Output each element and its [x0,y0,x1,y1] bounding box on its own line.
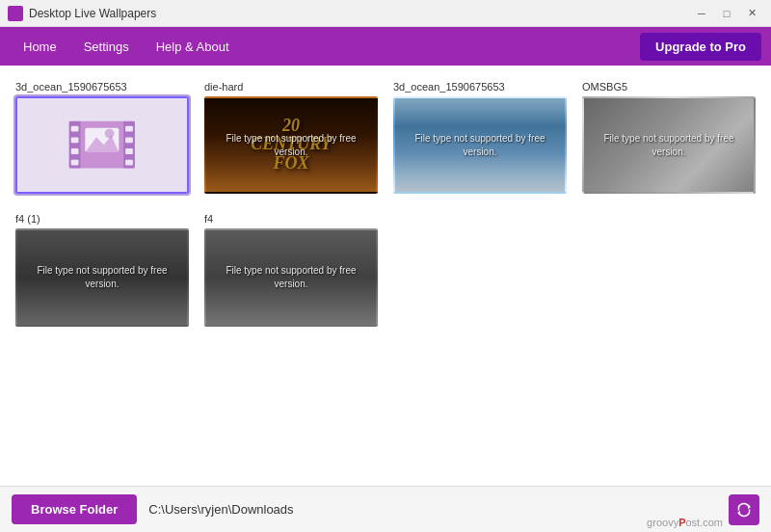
refresh-icon [736,502,752,518]
svg-marker-14 [748,504,751,509]
wallpaper-thumbnail: File type not supported by free version. [15,228,189,326]
folder-path-display: C:\Users\ryjen\Downloads [148,502,717,517]
menu-item-home[interactable]: Home [10,32,70,62]
svg-point-13 [105,129,115,139]
wallpaper-thumbnail: File type not supported by free version. [204,228,378,326]
svg-rect-4 [71,138,79,144]
unsupported-overlay: File type not supported by free version. [206,230,376,324]
title-bar: Desktop Live Wallpapers ─ □ ✕ [0,0,771,27]
title-bar-left: Desktop Live Wallpapers [8,6,156,21]
close-button[interactable]: ✕ [740,4,763,23]
image-placeholder-icon [51,117,153,173]
wallpaper-name: die-hard [204,81,378,93]
bottom-bar: Browse Folder C:\Users\ryjen\Downloads [0,486,771,532]
wallpaper-name: f4 [204,213,378,225]
wallpaper-item[interactable]: die-hard 20CENTURYFOX File type not supp… [204,81,378,194]
wallpaper-thumbnail: File type not supported by free version. [393,96,567,194]
refresh-button[interactable] [729,494,759,525]
wallpaper-item[interactable]: f4 File type not supported by free versi… [204,213,378,326]
wallpaper-thumbnail [15,96,189,194]
unsupported-text: File type not supported by free version. [395,128,565,163]
svg-marker-15 [737,511,740,516]
unsupported-overlay: File type not supported by free version. [584,98,754,192]
unsupported-overlay: File type not supported by free version. [17,230,187,324]
wallpaper-name: f4 (1) [15,213,189,225]
svg-rect-3 [71,126,79,132]
wallpaper-item[interactable]: 3d_ocean_1590675653 [15,81,189,194]
svg-rect-7 [125,126,133,132]
svg-rect-6 [71,160,79,166]
app-title: Desktop Live Wallpapers [29,7,156,20]
svg-rect-8 [125,138,133,144]
wallpaper-name: 3d_ocean_1590675653 [15,81,189,93]
menu-items: Home Settings Help & About [10,32,243,62]
thumbnail-placeholder [17,98,187,192]
unsupported-text: File type not supported by free version. [17,260,187,295]
svg-rect-5 [71,149,79,155]
svg-rect-10 [125,160,133,166]
main-content: 3d_ocean_1590675653 [0,66,771,486]
svg-rect-9 [125,149,133,155]
wallpaper-item[interactable]: 3d_ocean_1590675653 File type not suppor… [393,81,567,194]
wallpaper-grid: 3d_ocean_1590675653 [15,81,756,327]
wallpaper-name: 3d_ocean_1590675653 [393,81,567,93]
wallpaper-name: OMSBG5 [582,81,756,93]
maximize-button[interactable]: □ [715,4,738,23]
menu-bar: Home Settings Help & About Upgrade to Pr… [0,27,771,66]
title-bar-controls: ─ □ ✕ [690,4,763,23]
unsupported-text: File type not supported by free version. [584,128,754,163]
unsupported-overlay: File type not supported by free version. [395,98,565,192]
browse-folder-button[interactable]: Browse Folder [12,494,137,524]
menu-item-help[interactable]: Help & About [143,32,243,62]
unsupported-text: File type not supported by free version. [206,260,376,295]
app-icon [8,6,23,21]
unsupported-text: File type not supported by free version. [206,128,376,163]
wallpaper-item[interactable]: OMSBG5 File type not supported by free v… [582,81,756,194]
wallpaper-thumbnail: 20CENTURYFOX File type not supported by … [204,96,378,194]
menu-item-settings[interactable]: Settings [70,32,143,62]
unsupported-overlay: File type not supported by free version. [206,98,376,192]
minimize-button[interactable]: ─ [690,4,713,23]
upgrade-button[interactable]: Upgrade to Pro [640,33,761,61]
wallpaper-thumbnail: File type not supported by free version. [582,96,756,194]
wallpaper-item[interactable]: f4 (1) File type not supported by free v… [15,213,189,326]
